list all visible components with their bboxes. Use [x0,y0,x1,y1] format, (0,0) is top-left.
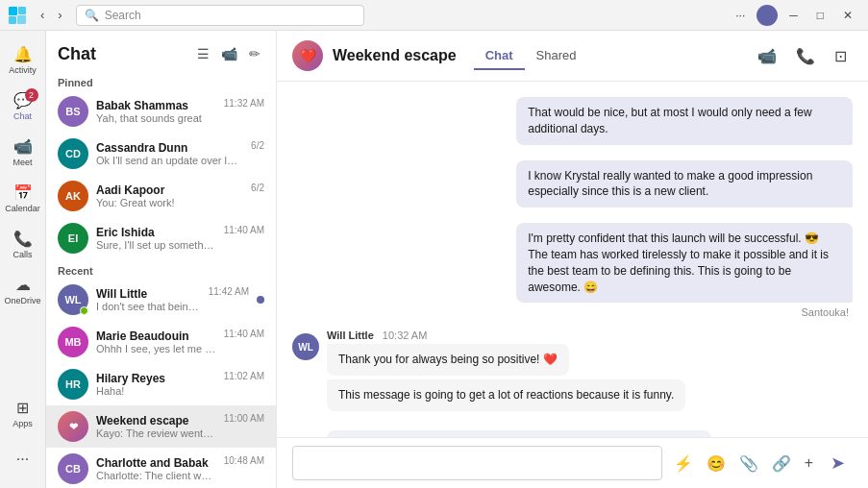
chat-item-eric[interactable]: EI Eric Ishida Sure, I'll set up somethi… [46,217,276,259]
group-avatar: ❤️ [292,40,323,71]
avatar-marie: MB [58,327,88,357]
chat-item-preview-aadi: You: Great work! [96,197,243,208]
msg-sender-info-will: Will Little 10:32 AM [327,329,740,341]
sidebar-item-calendar-label: Calendar [5,204,40,213]
sidebar-item-calls[interactable]: 📞 Calls [4,223,42,265]
sidebar-item-onedrive-label: OneDrive [4,296,40,305]
avatar-weekend: ❤ [58,411,88,442]
ellipsis-button[interactable]: ··· [728,5,753,26]
avatar-cassandra: CD [58,138,88,169]
chat-item-name-aadi: Aadi Kapoor [96,183,243,197]
chat-items-container: Pinned BS Babak Shammas Yah, that sounds… [46,71,276,488]
sidebar-item-apps[interactable]: ⊞ Apps [4,392,42,434]
minimize-button[interactable]: ─ [781,5,806,26]
group-title: Weekend escape [333,47,457,64]
message-right-1: That would be nice, but at most I would … [516,97,853,149]
chat-item-content-charlotte: Charlotte and Babak Charlotte: The clien… [96,456,216,481]
chat-item-name-cassandra: Cassandra Dunn [96,141,243,155]
sidebar-item-chat[interactable]: 💬 Chat 2 [4,85,42,127]
avatar-charlotte: CB [58,453,88,484]
sidebar-item-chat-label: Chat [13,111,32,121]
chat-header-actions: 📹 📞 ⊡ [752,41,853,71]
chat-list-panel: Chat ☰ 📹 ✏ Pinned BS Babak Shammas Yah, … [46,31,277,488]
message-input[interactable] [292,446,662,480]
gif-button[interactable]: 🔗 [768,451,795,476]
tab-chat[interactable]: Chat [474,42,525,70]
svg-rect-2 [9,16,16,24]
chat-list-actions: ☰ 📹 ✏ [193,42,264,65]
message-right-2: I know Krystal really wanted to make a g… [516,160,853,212]
chat-item-marie[interactable]: MB Marie Beaudouin Ohhh I see, yes let m… [46,321,276,363]
chat-item-time-marie: 11:40 AM [224,327,264,339]
sidebar-item-onedrive[interactable]: ☁ OneDrive [4,269,42,311]
calendar-icon: 📅 [13,183,33,202]
bubble-text-3: I'm pretty confident that this launch wi… [516,223,853,303]
chat-item-time-aadi: 6/2 [251,181,264,193]
chat-tabs: Chat Shared [474,42,588,70]
app-logo [8,6,27,25]
video-call-button[interactable]: 📹 [752,41,782,71]
maximize-button[interactable]: □ [809,5,831,26]
audio-call-button[interactable]: 📞 [790,41,821,71]
messages-area: That would be nice, but at most I would … [277,82,868,437]
emoji-button[interactable]: 😊 [703,451,730,476]
msg-left-content-will: Will Little 10:32 AM Thank you for alway… [327,329,740,415]
avatar-babak: BS [58,96,88,127]
chat-item-will[interactable]: WL Will Little I don't see that being an… [46,279,276,321]
more-options-button[interactable]: ⊡ [829,41,853,71]
back-button[interactable]: ‹ [35,4,50,26]
sidebar-item-activity[interactable]: 🔔 Activity [4,38,42,81]
calls-icon: 📞 [13,230,33,248]
sidebar-item-activity-label: Activity [9,65,37,75]
message-right-3: I'm pretty confident that this launch wi… [516,223,853,318]
bubble-left-will-1: Thank you for always being so positive! … [327,344,569,376]
new-chat-video-button[interactable]: 📹 [217,42,241,65]
chat-item-content-babak: Babak Shammas Yah, that sounds great [96,99,216,124]
message-sender-right-3: Santouka! [516,306,853,318]
sidebar-item-meet-label: Meet [12,158,32,167]
chat-item-hilary[interactable]: HR Hilary Reyes Haha! 11:02 AM [46,363,276,405]
apps-icon: ⊞ [16,399,29,417]
chat-item-preview-hilary: Haha! [96,385,216,397]
onedrive-icon: ☁ [15,276,31,294]
chat-item-preview-eric: Sure, I'll set up something for next wee… [96,239,216,251]
sidebar-item-calendar[interactable]: 📅 Calendar [4,177,42,219]
chat-item-content-cassandra: Cassandra Dunn Ok I'll send an update ov… [96,141,243,166]
chat-item-time-charlotte: 10:48 AM [224,453,264,466]
chat-item-preview-cassandra: Ok I'll send an update over later [96,155,243,166]
new-chat-button[interactable]: ✏ [245,42,264,65]
chat-item-time-weekend: 11:00 AM [224,411,264,424]
chat-item-name-charlotte: Charlotte and Babak [96,456,216,470]
chat-item-babak[interactable]: BS Babak Shammas Yah, that sounds great … [46,90,276,133]
chat-item-cassandra[interactable]: CD Cassandra Dunn Ok I'll send an update… [46,133,276,175]
chat-item-aadi[interactable]: AK Aadi Kapoor You: Great work! 6/2 [46,175,276,217]
more-input-button[interactable]: + [801,451,817,476]
svg-rect-1 [18,7,26,14]
navigation-buttons: ‹ › [35,4,68,26]
chat-item-preview-babak: Yah, that sounds great [96,112,216,124]
chat-item-preview-marie: Ohhh I see, yes let me fix that! [96,343,216,354]
chat-item-time-hilary: 11:02 AM [224,369,264,381]
input-actions: ⚡ 😊 📎 🔗 + ➤ [670,449,853,477]
online-indicator-will [80,306,88,315]
avatar-eric: EI [58,223,88,254]
msg-time-will: 10:32 AM [383,329,427,341]
search-bar[interactable]: 🔍 Search [76,5,364,26]
send-button[interactable]: ➤ [823,449,853,477]
attach-button[interactable]: 📎 [735,451,762,476]
chat-item-weekend[interactable]: ❤ Weekend escape Kayo: The review went r… [46,405,276,448]
chat-item-content-marie: Marie Beaudouin Ohhh I see, yes let me f… [96,329,216,354]
forward-button[interactable]: › [52,4,67,26]
filter-button[interactable]: ☰ [193,42,213,65]
tab-shared[interactable]: Shared [525,42,588,70]
more-icon: ··· [16,451,29,468]
user-avatar[interactable] [756,5,778,26]
avatar-will-msg: WL [292,333,319,360]
chat-item-charlotte[interactable]: CB Charlotte and Babak Charlotte: The cl… [46,448,276,488]
format-button[interactable]: ⚡ [670,451,697,476]
sidebar-item-meet[interactable]: 📹 Meet [4,131,42,173]
close-button[interactable]: ✕ [835,5,860,26]
sender-name-will: Will Little [327,329,374,341]
recent-section-label: Recent [46,259,276,279]
sidebar-item-more[interactable]: ··· [4,438,42,480]
